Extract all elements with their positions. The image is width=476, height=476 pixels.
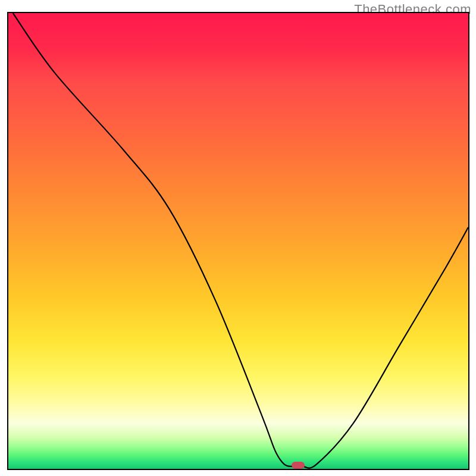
bottleneck-curve (8, 13, 468, 469)
optimal-point-marker (292, 462, 305, 469)
chart-plot-area (7, 12, 469, 470)
bottleneck-curve-path (13, 13, 468, 468)
